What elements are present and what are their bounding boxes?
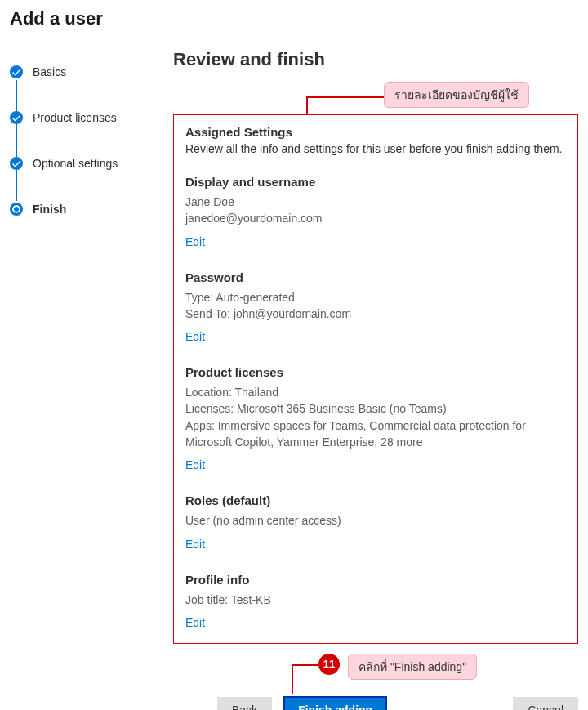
step-basics[interactable]: Basics [10,65,149,78]
display-name-value: Jane Doe [185,194,566,210]
stepper: Basics Product licenses Optional setting… [10,49,149,710]
section-title: Display and username [185,175,566,189]
section-product-licenses: Product licenses Location: Thailand Lice… [185,365,566,472]
panel-title: Assigned Settings [185,125,566,139]
current-step-icon [10,203,23,216]
panel-subtitle: Review all the info and settings for thi… [185,142,566,155]
section-title: Product licenses [185,365,566,379]
checkmark-icon [10,65,23,78]
step-label: Basics [33,65,66,78]
finish-adding-button[interactable]: Finish adding [283,696,387,710]
section-display-username: Display and username Jane Doe janedoe@yo… [185,175,566,249]
annotation-top: รายละเอียดของบัญชีผู้ใช้ [173,82,578,114]
step-optional-settings[interactable]: Optional settings [10,157,149,170]
license-location-value: Location: Thailand [185,384,566,400]
checkmark-icon [10,111,23,124]
username-value: janedoe@yourdomain.com [185,210,566,226]
password-type-value: Type: Auto-generated [185,289,566,306]
section-title: Profile info [185,573,566,587]
layout: Basics Product licenses Optional setting… [10,49,578,710]
edit-link-profile[interactable]: Edit [185,616,205,629]
edit-link-licenses[interactable]: Edit [185,458,205,471]
edit-link-roles[interactable]: Edit [185,538,205,551]
review-panel: Assigned Settings Review all the info an… [173,114,578,644]
section-title: Password [185,270,566,284]
main-content: Review and finish รายละเอียดของบัญชีผู้ใ… [173,49,578,710]
annotation-bubble: รายละเอียดของบัญชีผู้ใช้ [384,82,529,108]
back-button[interactable]: Back [217,697,272,710]
section-password: Password Type: Auto-generated Send To: j… [185,270,566,345]
license-value: Licenses: Microsoft 365 Business Basic (… [185,400,566,417]
section-profile-info: Profile info Job title: Test-KB Edit [185,573,566,630]
main-title: Review and finish [173,49,578,70]
step-label: Finish [33,203,66,216]
step-label: Optional settings [33,157,118,170]
cancel-button[interactable]: Cancel [513,697,578,710]
license-apps-value: Apps: Immersive spaces for Teams, Commer… [185,418,566,451]
roles-value: User (no admin center access) [185,512,566,529]
edit-link-password[interactable]: Edit [185,330,205,343]
annotation-bottom: 11 คลิกที่ "Finish adding" [173,654,578,694]
section-title: Roles (default) [185,493,566,507]
page-title: Add a user [10,8,578,29]
annotation-step-number: 11 [318,654,340,675]
step-finish[interactable]: Finish [10,203,149,216]
step-product-licenses[interactable]: Product licenses [10,111,149,124]
edit-link-display[interactable]: Edit [185,235,205,248]
password-sendto-value: Send To: john@yourdomain.com [185,306,566,322]
footer-actions: Back Finish adding Cancel nts.co.th [173,696,578,710]
step-label: Product licenses [33,111,117,124]
annotation-bubble: คลิกที่ "Finish adding" [348,654,477,680]
profile-jobtitle-value: Job title: Test-KB [185,592,566,608]
section-roles: Roles (default) User (no admin center ac… [185,493,566,551]
checkmark-icon [10,157,23,170]
